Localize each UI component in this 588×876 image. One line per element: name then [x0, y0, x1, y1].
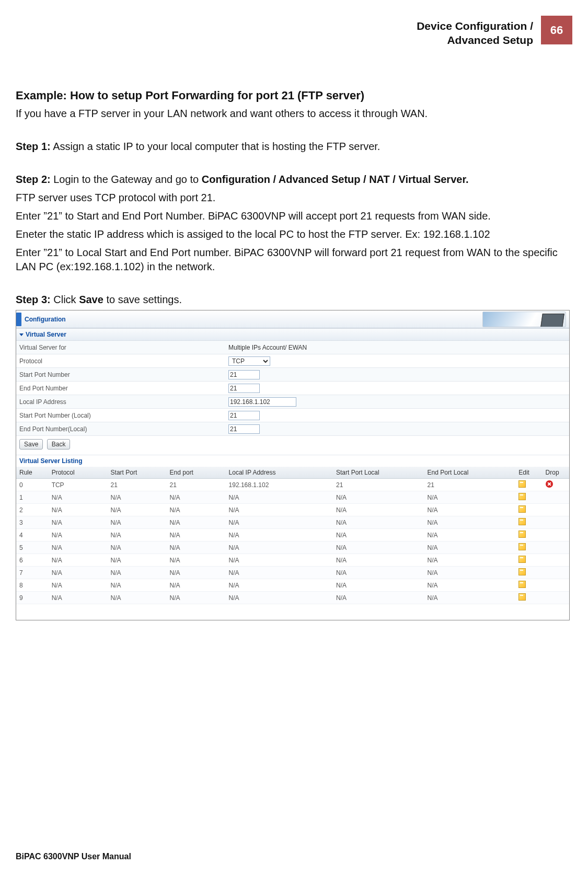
- table-row: 7N/AN/AN/AN/AN/AN/A: [16, 567, 569, 579]
- edit-icon[interactable]: [518, 556, 526, 563]
- col-local-ip-address: Local IP Address: [226, 467, 333, 479]
- caret-down-icon: [19, 333, 24, 336]
- save-button[interactable]: Save: [19, 439, 43, 449]
- end-port-local-input[interactable]: [228, 424, 260, 434]
- edit-icon[interactable]: [518, 581, 526, 588]
- col-protocol: Protocol: [49, 467, 108, 479]
- header-title: Device Configuration / Advanced Setup: [417, 19, 533, 48]
- table-row: 6N/AN/AN/AN/AN/AN/A: [16, 554, 569, 567]
- intro-text: If you have a FTP server in your LAN net…: [16, 107, 572, 121]
- listing-title: Virtual Server Listing: [16, 455, 569, 467]
- end-port-local-label: End Port Number(Local): [19, 425, 228, 433]
- step2-p1: FTP server uses TCP protocol with port 2…: [16, 191, 572, 205]
- edit-icon[interactable]: [518, 505, 526, 513]
- step3: Step 3: Click Save to save settings.: [16, 293, 572, 307]
- tab-accent-icon: [16, 313, 21, 326]
- step3-save-bold: Save: [79, 294, 103, 305]
- protocol-label: Protocol: [19, 358, 228, 365]
- step3-text-c: to save settings.: [103, 294, 182, 305]
- end-port-input[interactable]: [228, 384, 260, 393]
- table-row: 9N/AN/AN/AN/AN/AN/A: [16, 592, 569, 604]
- edit-icon[interactable]: [518, 518, 526, 525]
- step3-text-a: Click: [51, 294, 79, 305]
- step2-p2: Enter ”21” to Start and End Port Number.…: [16, 209, 572, 223]
- edit-icon[interactable]: [518, 593, 526, 601]
- edit-icon[interactable]: [518, 480, 526, 488]
- protocol-select[interactable]: TCP: [228, 356, 270, 366]
- end-port-label: End Port Number: [19, 385, 228, 392]
- drop-icon[interactable]: [546, 480, 553, 488]
- edit-icon[interactable]: [518, 493, 526, 500]
- col-edit: Edit: [515, 467, 542, 479]
- table-row: 3N/AN/AN/AN/AN/AN/A: [16, 516, 569, 529]
- step2-p3: Eneter the static IP address which is as…: [16, 227, 572, 241]
- table-row: 5N/AN/AN/AN/AN/AN/A: [16, 541, 569, 554]
- col-rule: Rule: [16, 467, 49, 479]
- step1-text: Assign a static IP to your local compute…: [51, 141, 381, 152]
- start-port-local-label: Start Port Number (Local): [19, 412, 228, 419]
- table-row: 8N/AN/AN/AN/AN/AN/A: [16, 579, 569, 592]
- local-ip-input[interactable]: [228, 397, 296, 407]
- step2-label: Step 2:: [16, 174, 51, 185]
- edit-icon[interactable]: [518, 568, 526, 575]
- step1-label: Step 1:: [16, 141, 51, 152]
- start-port-local-input[interactable]: [228, 411, 260, 420]
- virtual-server-section-header[interactable]: Virtual Server: [16, 328, 569, 341]
- step1: Step 1: Assign a static IP to your local…: [16, 140, 572, 154]
- configuration-tab[interactable]: Configuration: [16, 313, 66, 326]
- vs-for-value: Multiple IPs Account/ EWAN: [228, 344, 569, 351]
- start-port-label: Start Port Number: [19, 371, 228, 378]
- example-heading: Example: How to setup Port Forwarding fo…: [16, 89, 572, 102]
- start-port-input[interactable]: [228, 370, 260, 379]
- step2: Step 2: Login to the Gateway and go to C…: [16, 172, 572, 187]
- col-start-port-local: Start Port Local: [333, 467, 424, 479]
- header-banner-image: [482, 312, 566, 327]
- table-row: 4N/AN/AN/AN/AN/AN/A: [16, 529, 569, 541]
- local-ip-label: Local IP Address: [19, 398, 228, 406]
- vs-for-label: Virtual Server for: [19, 344, 228, 351]
- col-start-port: Start Port: [108, 467, 167, 479]
- page-number-badge: 66: [541, 16, 572, 44]
- table-row: 0TCP2121192.168.1.1022121: [16, 479, 569, 491]
- back-button[interactable]: Back: [47, 439, 71, 449]
- table-row: 2N/AN/AN/AN/AN/AN/A: [16, 504, 569, 516]
- step2-p4: Enter ”21” to Local Start and End Port n…: [16, 246, 572, 274]
- step3-label: Step 3:: [16, 294, 51, 305]
- edit-icon[interactable]: [518, 543, 526, 550]
- configuration-tab-label: Configuration: [25, 316, 66, 323]
- col-end-port: End port: [167, 467, 226, 479]
- virtual-server-listing-table: RuleProtocolStart PortEnd portLocal IP A…: [16, 467, 569, 604]
- footer-text: BiPAC 6300VNP User Manual: [16, 852, 131, 861]
- step2-path-bold: Configuration / Advanced Setup / NAT / V…: [202, 174, 469, 185]
- virtual-server-screenshot: Configuration Virtual Server Virtual Ser…: [16, 310, 570, 620]
- col-end-port-local: End Port Local: [424, 467, 516, 479]
- edit-icon[interactable]: [518, 531, 526, 538]
- col-drop: Drop: [543, 467, 569, 479]
- step2-text-a: Login to the Gateway and go to: [51, 174, 202, 185]
- table-row: 1N/AN/AN/AN/AN/AN/A: [16, 491, 569, 504]
- virtual-server-section-title: Virtual Server: [26, 331, 66, 338]
